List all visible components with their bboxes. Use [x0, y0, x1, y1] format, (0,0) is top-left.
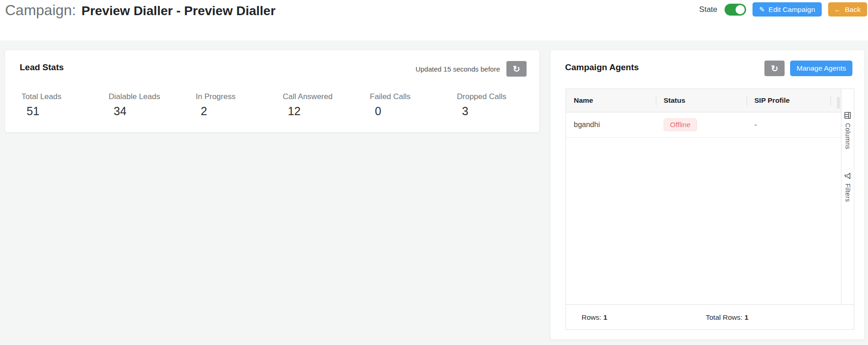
stat-label: Dropped Calls: [457, 92, 544, 101]
page-title-prefix: Campaign:: [5, 2, 76, 19]
agents-refresh-button[interactable]: ↻: [764, 61, 785, 76]
columns-tab[interactable]: Columns: [841, 112, 854, 149]
lead-stats-row: Total Leads 51 Dialable Leads 34 In Prog…: [22, 92, 544, 118]
agents-table-content: Name Status SIP Profile bgandhi Offline …: [566, 89, 841, 304]
rows-value: 1: [603, 313, 607, 321]
manage-agents-button[interactable]: Manage Agents: [790, 61, 852, 76]
table-footer: Rows: 1 Total Rows: 1: [566, 304, 854, 329]
campaign-agents-card: Campaign Agents ↻ Manage Agents Name Sta…: [550, 50, 865, 340]
total-rows-value: 1: [744, 313, 748, 321]
table-side-panel: Columns Filters: [841, 89, 854, 304]
agent-sip-profile-cell: -: [747, 121, 841, 129]
stat-label: Dialable Leads: [109, 92, 196, 101]
stat-value: 34: [109, 105, 196, 118]
stat-value: 3: [457, 105, 544, 118]
column-separator: [747, 96, 747, 106]
agents-actions: ↻ Manage Agents: [764, 61, 852, 76]
stat-label: Failed Calls: [370, 92, 457, 101]
stat-label: Total Leads: [22, 92, 109, 101]
updated-text: Updated 15 seconds before: [416, 65, 500, 73]
stat-dialable-leads: Dialable Leads 34: [109, 92, 196, 118]
manage-agents-label: Manage Agents: [797, 64, 846, 72]
edit-campaign-button[interactable]: ✎ Edit Campaign: [753, 2, 821, 17]
column-separator: [830, 96, 831, 106]
agents-table-header: Name Status SIP Profile: [566, 89, 841, 112]
stat-call-answered: Call Answered 12: [283, 92, 370, 118]
header-controls: State ✎ Edit Campaign ← Back: [699, 2, 867, 17]
stat-value: 51: [22, 105, 109, 118]
lead-stats-card: Lead Stats Updated 15 seconds before ↻ T…: [5, 50, 540, 133]
campaign-name: Preview Dialler - Preview Dialler: [82, 4, 275, 18]
back-label: Back: [845, 6, 861, 14]
total-rows-label: Total Rows:: [706, 313, 742, 321]
refresh-icon: ↻: [771, 64, 778, 73]
stat-dropped-calls: Dropped Calls 3: [457, 92, 544, 118]
stat-label: In Progress: [196, 92, 283, 101]
page-title: Campaign: Preview Dialler - Preview Dial…: [5, 2, 275, 19]
edit-campaign-label: Edit Campaign: [769, 6, 815, 14]
status-badge: Offline: [664, 118, 697, 131]
agent-status-cell: Offline: [656, 118, 747, 131]
back-button[interactable]: ← Back: [828, 2, 867, 17]
column-header-sip-profile[interactable]: SIP Profile: [747, 96, 841, 105]
stat-label: Call Answered: [283, 92, 370, 101]
rows-label: Rows:: [582, 313, 601, 321]
stat-value: 0: [370, 105, 457, 118]
lead-stats-title: Lead Stats: [20, 62, 64, 72]
state-label: State: [699, 5, 718, 14]
agent-name-cell: bgandhi: [566, 121, 656, 129]
column-header-status[interactable]: Status: [656, 96, 747, 105]
campaign-agents-title: Campaign Agents: [565, 62, 639, 72]
refresh-icon: ↻: [513, 65, 520, 73]
arrow-left-icon: ←: [835, 6, 841, 13]
column-header-name[interactable]: Name: [566, 96, 656, 105]
total-rows-count: Total Rows: 1: [706, 313, 748, 322]
pencil-icon: ✎: [759, 6, 765, 13]
stat-total-leads: Total Leads 51: [22, 92, 109, 118]
stat-failed-calls: Failed Calls 0: [370, 92, 457, 118]
state-toggle[interactable]: [725, 4, 746, 16]
table-scrollbar-thumb[interactable]: [837, 97, 840, 109]
stat-value: 12: [283, 105, 370, 118]
lead-stats-updated-row: Updated 15 seconds before ↻: [416, 61, 527, 77]
filters-tab[interactable]: Filters: [841, 172, 854, 202]
table-row[interactable]: bgandhi Offline -: [566, 112, 841, 138]
stat-in-progress: In Progress 2: [196, 92, 283, 118]
filters-tab-label: Filters: [844, 184, 852, 202]
agents-table: Name Status SIP Profile bgandhi Offline …: [566, 89, 854, 330]
funnel-icon: [844, 172, 851, 179]
columns-tab-label: Columns: [844, 123, 852, 149]
table-columns-icon: [844, 112, 851, 119]
rows-count: Rows: 1: [582, 313, 607, 322]
toggle-knob: [736, 5, 745, 14]
lead-stats-refresh-button[interactable]: ↻: [506, 61, 527, 77]
column-separator: [656, 96, 656, 106]
stat-value: 2: [196, 105, 283, 118]
